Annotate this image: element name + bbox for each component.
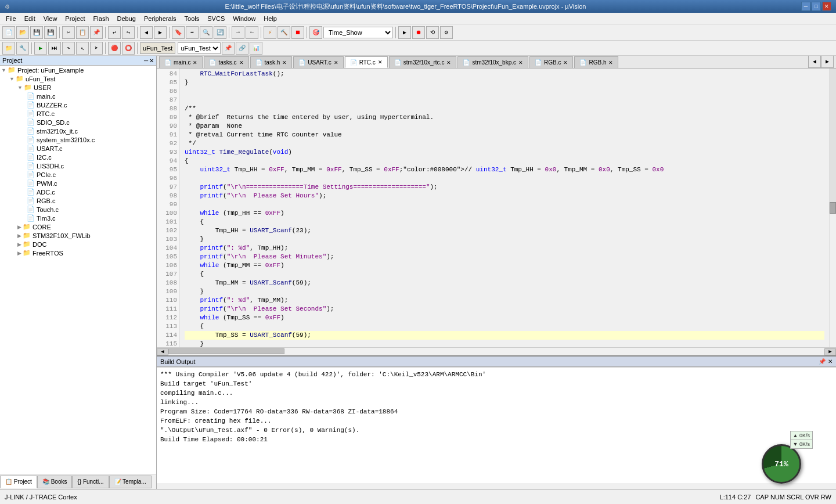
sidebar-minimize-btn[interactable]: ─ [144,57,148,64]
tab-close-icon[interactable]: ✕ [563,60,568,66]
build-close-btn[interactable]: ✕ [828,358,833,365]
tree-item[interactable]: 📄USART.c [0,144,156,153]
tree-item[interactable]: ▼📁uFun_Test [0,74,156,83]
tree-item[interactable]: 📄RGB.c [0,196,156,205]
clear-bp-btn[interactable]: ⭕ [122,42,135,55]
tree-item[interactable]: 📄Touch.c [0,205,156,214]
tab-close-icon[interactable]: ✕ [282,60,287,66]
stepover-btn[interactable]: ↷ [62,42,75,55]
menu-flash[interactable]: Flash [90,14,113,23]
code-content[interactable]: RTC_WaitForLastTask();}/** * @brief Retu… [180,69,829,347]
tab-close-icon[interactable]: ✕ [193,60,197,66]
sidebar-tab-project[interactable]: 📋 Project [0,476,37,488]
indent-button[interactable]: → [232,26,244,39]
tree-item[interactable]: 📄stm32f10x_it.c [0,127,156,135]
tab-usart-c[interactable]: 📄 USART.c ✕ [293,56,343,68]
menu-peripherals[interactable]: Peripherals [140,14,180,23]
stop-button[interactable]: ⏹ [291,26,304,39]
runto-btn[interactable]: ➤ [90,42,103,55]
menu-project[interactable]: Project [62,14,88,23]
tree-item[interactable]: 📄system_stm32f10x.c [0,135,156,144]
goto-button[interactable]: ➡ [186,26,199,39]
nav-back-button[interactable]: ◀ [140,26,153,39]
rebuild-button[interactable]: 🔨 [278,26,290,39]
tree-item[interactable]: 📄RTC.c [0,109,156,118]
save-all-button[interactable]: 💾 [44,26,57,39]
build-button[interactable]: ⚡ [264,26,276,39]
breakpoint-btn[interactable]: 🔴 [108,42,121,55]
tree-item[interactable]: ▶📁STM32F10X_FWLib [0,231,156,240]
nav-fwd-button[interactable]: ▶ [154,26,167,39]
sidebar-close-btn[interactable]: ✕ [149,57,154,64]
tree-item[interactable]: 📄SDIO_SD.c [0,118,156,127]
misc-btn3[interactable]: 📊 [250,42,262,55]
tab-scroll-right[interactable]: ▶ [821,56,834,68]
tree-item[interactable]: 📄main.c [0,92,156,100]
hscroll-thumb[interactable] [168,348,284,354]
find-button[interactable]: 🔍 [200,26,212,39]
copy-button[interactable]: 📋 [76,26,89,39]
tab-tasks-c[interactable]: 📄 tasks.c ✕ [204,56,248,68]
tree-item[interactable]: 📄LIS3DH.c [0,161,156,170]
cut-button[interactable]: ✂ [62,26,75,39]
settings-button[interactable]: ⚙ [440,26,453,39]
misc-btn1[interactable]: 📌 [222,42,235,55]
tab-scroll-left[interactable]: ◀ [808,56,821,68]
tree-item[interactable]: ▶📁DOC [0,240,156,249]
target-dropdown[interactable]: Time_Show [323,27,393,38]
tree-item[interactable]: 📄PCIe.c [0,170,156,179]
sidebar-tab-functions[interactable]: {} Functi... [72,476,109,488]
menu-edit[interactable]: Edit [21,14,39,23]
tree-item[interactable]: ▼📁USER [0,83,156,92]
scroll-thumb[interactable] [830,202,836,214]
tab-task-h[interactable]: 📄 task.h ✕ [250,56,293,68]
save-button[interactable]: 💾 [30,26,43,39]
stepout-btn[interactable]: ↖ [76,42,89,55]
tree-item[interactable]: 📄I2C.c [0,153,156,161]
menu-help[interactable]: Help [260,14,280,23]
tab-main-c[interactable]: 📄 main.c ✕ [159,56,203,68]
tab-stm32-rtc[interactable]: 📄 stm32f10x_rtc.c ✕ [389,56,457,68]
tab-rgb-h[interactable]: 📄 RGB.h ✕ [574,56,618,68]
tab-close-icon[interactable]: ✕ [446,60,451,66]
project-btn[interactable]: 📁 [2,42,15,55]
tab-rgb-c[interactable]: 📄 RGB.c ✕ [529,56,573,68]
paste-button[interactable]: 📌 [90,26,103,39]
misc-btn2[interactable]: 🔗 [236,42,248,55]
menu-view[interactable]: View [40,14,61,23]
hscroll-left[interactable]: ◀ [157,348,168,355]
maximize-button[interactable]: □ [812,2,821,11]
reset-button[interactable]: ⟲ [426,26,439,39]
replace-button[interactable]: 🔄 [214,26,226,39]
unindent-button[interactable]: ← [246,26,258,39]
hscroll-right[interactable]: ▶ [824,348,836,355]
sidebar-tab-books[interactable]: 📚 Books [37,476,73,488]
run-btn[interactable]: ▶ [34,42,47,55]
menu-svcs[interactable]: SVCS [204,14,228,23]
tree-item[interactable]: ▶📁FreeRTOS [0,249,156,257]
tab-close-icon[interactable]: ✕ [518,60,523,66]
tab-close-icon[interactable]: ✕ [608,60,613,66]
tab-stm32-bkp[interactable]: 📄 stm32f10x_bkp.c ✕ [457,56,528,68]
tree-item[interactable]: 📄BUZZER.c [0,100,156,109]
menu-file[interactable]: File [2,14,20,23]
debug-stop-button[interactable]: ⏺ [412,26,425,39]
tree-item[interactable]: 📄PWM.c [0,179,156,188]
tab-rtc-c[interactable]: 📄 RTC.c ✕ [345,56,388,68]
build-pin-btn[interactable]: 📌 [819,358,826,365]
close-button[interactable]: ✕ [822,2,831,11]
code-scrollbar[interactable] [829,69,836,347]
tree-item[interactable]: ▶📁CORE [0,222,156,231]
step-btn[interactable]: ⏭ [48,42,61,55]
tree-item[interactable]: 📄ADC.c [0,188,156,196]
new-file-button[interactable]: 📄 [2,26,15,39]
tab-close-icon[interactable]: ✕ [239,60,244,66]
tree-item[interactable]: 📄Tim3.c [0,214,156,222]
bookmark-button[interactable]: 🔖 [172,26,185,39]
redo-button[interactable]: ↪ [122,26,135,39]
tab-close-icon[interactable]: ✕ [378,59,383,65]
menu-debug[interactable]: Debug [114,14,139,23]
tree-item[interactable]: ▼📁Project: uFun_Example [0,66,156,74]
minimize-button[interactable]: ─ [801,2,810,11]
undo-button[interactable]: ↩ [108,26,121,39]
